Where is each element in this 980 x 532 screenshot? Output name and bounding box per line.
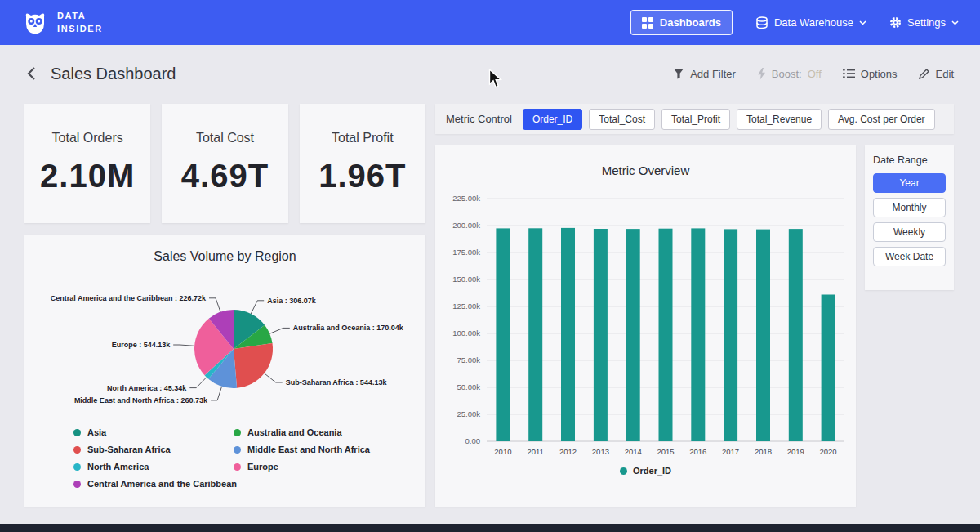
pie-slice-label: Middle East and North Africa : 260.73k — [74, 396, 207, 405]
page-header: Sales Dashboard Add Filter Boost: Off Op… — [0, 47, 980, 100]
pie-slice-label: Central America and the Caribbean : 226.… — [50, 294, 206, 302]
legend-label: Europe — [247, 462, 278, 472]
date-range-week-date[interactable]: Week Date — [873, 247, 946, 266]
boost-label: Boost: — [772, 68, 802, 80]
date-range-monthly[interactable]: Monthly — [873, 198, 946, 217]
legend-label: Asia — [87, 427, 106, 437]
y-tick-label: 100.00k — [452, 329, 480, 338]
date-range-panel: Date Range YearMonthlyWeeklyWeek Date — [865, 145, 954, 290]
legend-label: Sub-Saharan Africa — [87, 445, 171, 454]
legend-item-order-id[interactable]: Order_ID — [620, 466, 671, 476]
x-tick-label: 2017 — [722, 447, 739, 456]
bar-2020[interactable] — [822, 295, 835, 442]
bar-2019[interactable] — [789, 229, 803, 441]
metric-control-label: Metric Control — [446, 113, 512, 125]
y-tick-label: 200.00k — [452, 221, 480, 230]
add-filter-label: Add Filter — [690, 68, 736, 80]
grid-icon — [642, 17, 653, 29]
bar-2012[interactable] — [561, 228, 575, 441]
pie-label-line — [189, 378, 207, 388]
x-tick-label: 2011 — [527, 447, 543, 456]
bar-2013[interactable] — [594, 229, 608, 441]
y-tick-label: 75.00k — [457, 355, 480, 364]
options-button[interactable]: Options — [843, 68, 898, 80]
dashboards-button[interactable]: Dashboards — [630, 10, 733, 35]
boost-value: Off — [808, 68, 822, 80]
filter-funnel-icon — [673, 68, 684, 79]
pie-label-line — [173, 345, 194, 346]
legend-label: Order_ID — [633, 466, 671, 476]
page-title: Sales Dashboard — [51, 65, 176, 83]
legend-dot — [74, 429, 81, 436]
bar-2017[interactable] — [724, 229, 737, 441]
x-tick-label: 2012 — [559, 447, 577, 456]
legend-item-middle-east-and-north-africa[interactable]: Middle East and North Africa — [234, 445, 409, 454]
legend-item-sub-saharan-africa[interactable]: Sub-Saharan Africa — [74, 445, 234, 454]
bar-2016[interactable] — [691, 228, 705, 441]
legend-item-australia-and-oceania[interactable]: Australia and Oceania — [234, 427, 409, 437]
pie-label-line — [270, 328, 290, 333]
back-chevron-icon[interactable] — [26, 66, 36, 81]
kpi-value: 2.10M — [40, 158, 135, 194]
pie-legend: AsiaSub-Saharan AfricaNorth AmericaCentr… — [24, 427, 425, 489]
settings-label: Settings — [907, 16, 946, 29]
settings-menu[interactable]: Settings — [889, 16, 959, 29]
owl-logo-icon — [21, 10, 49, 36]
x-tick-label: 2013 — [592, 447, 609, 456]
metric-option-total-revenue[interactable]: Total_Revenue — [737, 109, 822, 130]
bar-2015[interactable] — [659, 229, 673, 441]
chevron-down-icon — [859, 20, 866, 25]
bar-2011[interactable] — [528, 228, 542, 441]
pie-slice-label: Asia : 306.07k — [267, 297, 317, 305]
legend-dot — [620, 467, 627, 475]
pencil-icon — [919, 68, 930, 79]
metric-option-avg-cost-per-order[interactable]: Avg. Cost per Order — [828, 109, 935, 130]
x-tick-label: 2018 — [755, 447, 772, 456]
pie-label-line — [264, 373, 282, 382]
bar-2018[interactable] — [756, 230, 770, 441]
brand-line1: DATA — [57, 10, 103, 23]
date-range-weekly[interactable]: Weekly — [873, 222, 946, 242]
pie-legend-column-2: Australia and OceaniaMiddle East and Nor… — [234, 427, 409, 489]
metric-option-total-profit[interactable]: Total_Profit — [662, 109, 730, 130]
bar-2014[interactable] — [626, 229, 640, 441]
bar-2010[interactable] — [496, 228, 510, 441]
y-tick-label: 150.00k — [452, 275, 480, 284]
date-range-buttons: YearMonthlyWeeklyWeek Date — [873, 173, 946, 266]
date-range-title: Date Range — [873, 154, 946, 166]
metric-option-order-id[interactable]: Order_ID — [523, 109, 582, 130]
add-filter-button[interactable]: Add Filter — [673, 68, 736, 80]
pie-slice-label: Australia and Oceania : 170.04k — [292, 324, 403, 332]
legend-label: Middle East and North Africa — [247, 445, 370, 454]
edit-label: Edit — [936, 68, 954, 80]
date-range-year[interactable]: Year — [873, 173, 946, 193]
kpi-label: Total Cost — [196, 131, 254, 145]
pie-legend-column-1: AsiaSub-Saharan AfricaNorth AmericaCentr… — [74, 427, 234, 489]
legend-dot — [74, 481, 81, 488]
data-warehouse-menu[interactable]: Data Warehouse — [755, 16, 866, 29]
bar-chart: 225.00k200.00k175.00k150.00k125.00k100.0… — [439, 181, 852, 463]
legend-item-europe[interactable]: Europe — [234, 462, 409, 472]
metric-option-total-cost[interactable]: Total_Cost — [589, 109, 655, 130]
brand-logo[interactable]: DATA INSIDER — [21, 10, 103, 36]
y-tick-label: 225.00k — [452, 194, 480, 203]
legend-item-central-america-and-the-caribbean[interactable]: Central America and the Caribbean — [74, 479, 234, 489]
y-tick-label: 25.00k — [457, 409, 480, 418]
metric-control-buttons: Order_IDTotal_CostTotal_ProfitTotal_Reve… — [523, 109, 935, 130]
chevron-down-icon — [951, 20, 959, 25]
metric-control-bar: Metric Control Order_IDTotal_CostTotal_P… — [435, 104, 954, 134]
options-label: Options — [861, 68, 898, 80]
x-tick-label: 2016 — [689, 447, 706, 456]
legend-label: Central America and the Caribbean — [87, 479, 237, 489]
legend-item-asia[interactable]: Asia — [74, 427, 234, 437]
kpi-card-total-cost: Total Cost 4.69T — [162, 104, 287, 223]
x-tick-label: 2010 — [494, 447, 511, 456]
y-tick-label: 175.00k — [452, 248, 480, 257]
legend-dot — [234, 429, 241, 436]
brand-line2: INSIDER — [57, 23, 103, 36]
pie-slice-sub-saharan-africa[interactable] — [234, 343, 273, 388]
boost-toggle[interactable]: Boost: Off — [757, 68, 822, 80]
database-icon — [755, 16, 768, 29]
edit-button[interactable]: Edit — [919, 68, 954, 80]
legend-item-north-america[interactable]: North America — [74, 462, 234, 472]
